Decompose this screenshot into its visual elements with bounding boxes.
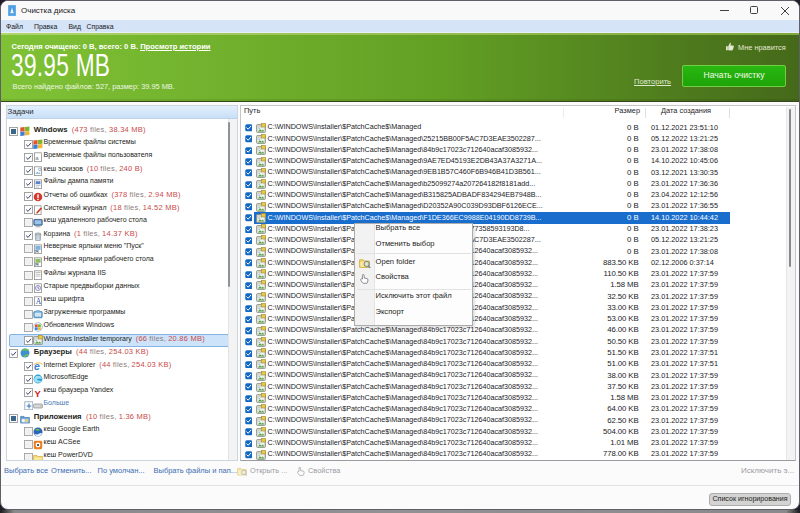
svg-text:A: A — [35, 297, 41, 306]
svg-text:Y: Y — [34, 388, 41, 398]
